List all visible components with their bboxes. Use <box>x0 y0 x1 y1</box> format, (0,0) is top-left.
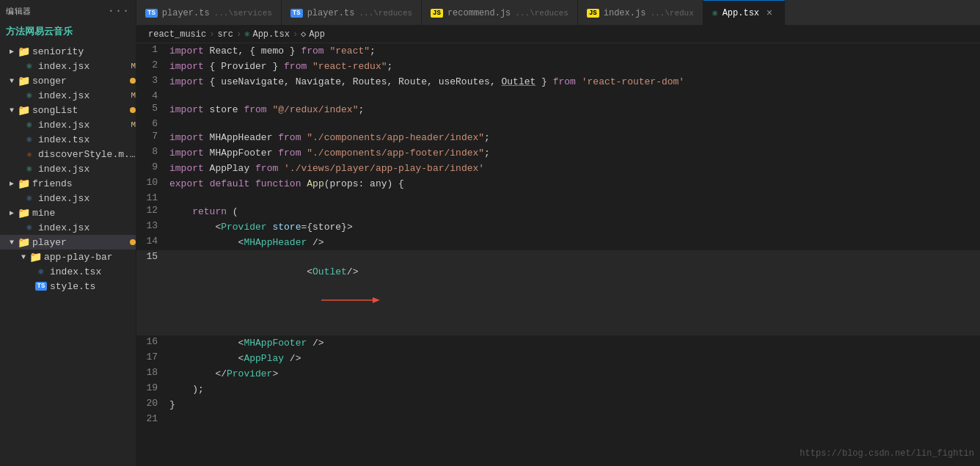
code-editor[interactable]: 1 import React, { memo } from "react"; 2… <box>136 43 980 466</box>
table-row: 11 <box>136 192 980 204</box>
sidebar-item-label: app-play-bar <box>44 252 136 263</box>
breadcrumb-sep: › <box>236 29 241 40</box>
line-number: 18 <box>136 366 169 382</box>
folder-icon: 📁 <box>18 207 29 219</box>
tab-sublabel: ...\services <box>214 9 272 18</box>
line-number: 10 <box>136 176 169 192</box>
line-code: import React, { memo } from "react"; <box>169 43 980 59</box>
sidebar-item-index-jsx-mine[interactable]: ⚛ index.jsx <box>0 220 136 235</box>
sidebar-item-songer[interactable]: ▼ 📁 songer <box>0 73 136 88</box>
line-code <box>169 192 980 204</box>
table-row: 2 import { Provider } from "react-redux"… <box>136 59 980 74</box>
modified-dot <box>130 239 136 245</box>
line-code: <MHAppHeader /> <box>169 235 980 250</box>
line-code: import MHAppFooter from "./components/ap… <box>169 145 980 161</box>
sidebar-item-mine[interactable]: ▶ 📁 mine <box>0 205 136 220</box>
js-tab-icon: JS <box>431 9 443 18</box>
sidebar: 编辑器 ··· 方法网易云音乐 ▶ 📁 seniority ⚛ index.js… <box>0 0 136 466</box>
tab-recommend-reduces[interactable]: JS recommend.js ...\reduces <box>422 0 578 26</box>
modified-dot <box>130 107 136 113</box>
table-row: 5 import store from "@/redux/index"; <box>136 102 980 117</box>
sidebar-item-label: index.tsx <box>38 134 136 145</box>
tab-app-tsx[interactable]: ⚛ App.tsx × <box>703 0 785 26</box>
breadcrumb-item-react-music: react_music <box>148 29 206 40</box>
tab-label: recommend.js <box>447 8 511 18</box>
tab-index-redux[interactable]: JS index.js ...\redux <box>578 0 703 26</box>
sidebar-item-label: discoverStyle.m... <box>38 149 136 160</box>
table-row: 4 <box>136 90 980 102</box>
line-number: 16 <box>136 335 169 351</box>
line-number: 9 <box>136 161 169 176</box>
line-code: <Provider store={store}> <box>169 219 980 235</box>
sidebar-item-songList[interactable]: ▼ 📁 songList <box>0 103 136 117</box>
sidebar-item-label: index.tsx <box>50 266 136 277</box>
main-area: TS player.ts ...\services TS player.ts .… <box>136 0 980 466</box>
sidebar-item-index-tsx-player[interactable]: ⚛ index.tsx <box>0 264 136 279</box>
sidebar-item-style-ts[interactable]: TS style.ts <box>0 279 136 294</box>
line-number: 21 <box>136 412 169 425</box>
folder-icon: 📁 <box>18 104 29 116</box>
chevron-down-icon: ▼ <box>18 253 29 261</box>
folder-icon: 📁 <box>18 236 29 248</box>
line-code <box>169 412 980 425</box>
table-row: 15 <Outlet/> <box>136 250 980 335</box>
breadcrumb-item-app-tsx: App.tsx <box>252 29 289 40</box>
sidebar-item-discoverstyle[interactable]: ⚛ discoverStyle.m... <box>0 147 136 161</box>
modified-badge: M <box>131 120 136 129</box>
table-row: 20 } <box>136 397 980 412</box>
sidebar-item-index-jsx-seniority[interactable]: ⚛ index.jsx M <box>0 59 136 73</box>
sidebar-item-seniority[interactable]: ▶ 📁 seniority <box>0 44 136 59</box>
line-number: 17 <box>136 351 169 366</box>
react-blue-icon: ⚛ <box>23 222 35 233</box>
tsx-tab-icon: ⚛ <box>712 7 718 19</box>
ts-icon: TS <box>35 280 47 292</box>
line-code: return ( <box>169 204 980 219</box>
tab-label: player.ts <box>162 8 210 18</box>
tab-player-services[interactable]: TS player.ts ...\services <box>136 0 282 26</box>
table-row: 6 <box>136 117 980 130</box>
line-code: ); <box>169 382 980 397</box>
sidebar-item-friends[interactable]: ▶ 📁 friends <box>0 176 136 191</box>
react-blue-icon: ⚛ <box>23 134 35 145</box>
react-blue-icon: ⚛ <box>35 266 47 277</box>
sidebar-item-index-jsx-friends[interactable]: ⚛ index.jsx <box>0 191 136 205</box>
sidebar-item-label: mine <box>32 208 136 219</box>
line-number: 6 <box>136 117 169 130</box>
line-number: 5 <box>136 102 169 117</box>
tab-player-reduces[interactable]: TS player.ts ...\reduces <box>282 0 422 26</box>
table-row: 8 import MHAppFooter from "./components/… <box>136 145 980 161</box>
sidebar-item-index-jsx-songer[interactable]: ⚛ index.jsx M <box>0 88 136 103</box>
table-row: 17 <AppPlay /> <box>136 351 980 366</box>
modified-badge: M <box>131 62 136 70</box>
table-row: 7 import MHAppHeader from "./components/… <box>136 130 980 145</box>
react-icon: ⚛ <box>23 163 35 175</box>
line-number: 11 <box>136 192 169 204</box>
sidebar-item-app-play-bar[interactable]: ▼ 📁 app-play-bar <box>0 250 136 264</box>
sidebar-app-name: 方法网易云音乐 <box>0 22 136 44</box>
sidebar-item-label: songList <box>32 105 127 116</box>
line-number: 12 <box>136 204 169 219</box>
react-icon: ⚛ <box>23 119 35 131</box>
sidebar-tree: ▶ 📁 seniority ⚛ index.jsx M ▼ 📁 songer ⚛… <box>0 44 136 466</box>
sidebar-item-index-tsx-songlist[interactable]: ⚛ index.tsx <box>0 132 136 147</box>
sidebar-item-label: songer <box>32 76 127 87</box>
sidebar-item-label: index.jsx <box>38 61 128 72</box>
sidebar-dots-button[interactable]: ··· <box>108 4 130 18</box>
table-row: 14 <MHAppHeader /> <box>136 235 980 250</box>
line-number: 13 <box>136 219 169 235</box>
line-number: 7 <box>136 130 169 145</box>
tab-close-button[interactable]: × <box>764 7 775 19</box>
block-breadcrumb-icon: ◇ <box>301 29 306 40</box>
line-number: 20 <box>136 397 169 412</box>
chevron-down-icon: ▼ <box>6 239 18 247</box>
sidebar-item-index-jsx-songlist[interactable]: ⚛ index.jsx M <box>0 117 136 132</box>
breadcrumb-item-app: App <box>309 29 325 40</box>
sidebar-item-player[interactable]: ▼ 📁 player <box>0 235 136 250</box>
line-code: import AppPlay from './views/player/app-… <box>169 161 980 176</box>
sidebar-item-index-jsx-songlist2[interactable]: ⚛ index.jsx <box>0 161 136 176</box>
js-tab-icon: JS <box>587 9 599 18</box>
modified-dot <box>130 78 136 84</box>
tab-bar: TS player.ts ...\services TS player.ts .… <box>136 0 980 26</box>
tab-label: index.js <box>604 8 646 18</box>
table-row: 10 export default function App(props: an… <box>136 176 980 192</box>
